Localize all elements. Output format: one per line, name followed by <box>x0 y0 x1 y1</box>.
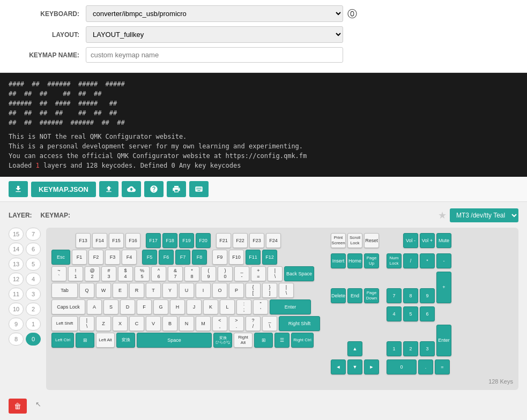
layer-15[interactable]: 15 <box>9 228 24 241</box>
layout-select[interactable]: LAYOUT_fullkey <box>86 26 343 43</box>
key-o[interactable]: O <box>212 283 227 298</box>
key-num-1[interactable]: 1 <box>387 341 402 356</box>
key-f9[interactable]: F9 <box>212 250 227 265</box>
key-3[interactable]: #3 <box>101 266 116 281</box>
key-muhenkan[interactable]: 変換 <box>116 333 135 348</box>
key-period[interactable]: >. <box>229 316 244 331</box>
key-num-2[interactable]: 2 <box>403 341 418 356</box>
keymap-name-input[interactable] <box>86 47 343 63</box>
key-space[interactable]: Space <box>137 333 212 348</box>
layer-8[interactable]: 8 <box>9 333 24 346</box>
key-f3[interactable]: F3 <box>105 250 120 265</box>
key-left-ctrl[interactable]: Left Ctrl <box>51 333 74 348</box>
key-f7[interactable]: F7 <box>175 250 190 265</box>
key-r[interactable]: R <box>129 283 144 298</box>
key-print-screen[interactable]: Print Screen <box>331 233 346 248</box>
key-f12[interactable]: F12 <box>262 250 277 265</box>
key-quote[interactable]: "' <box>253 299 268 314</box>
key-f5[interactable]: F5 <box>142 250 157 265</box>
key-z[interactable]: Z <box>96 316 111 331</box>
key-s[interactable]: S <box>103 299 118 314</box>
layer-13[interactable]: 13 <box>9 258 24 271</box>
key-8[interactable]: *8 <box>184 266 199 281</box>
key-num-plus[interactable]: + <box>436 272 451 303</box>
layer-12[interactable]: 12 <box>9 273 24 286</box>
key-esc[interactable]: Esc <box>51 250 70 265</box>
key-t[interactable]: T <box>146 283 161 298</box>
key-left-alt[interactable]: Left Alt <box>96 333 115 348</box>
key-intl[interactable]: |\ <box>79 316 94 331</box>
key-f21[interactable]: F21 <box>216 233 231 248</box>
key-4[interactable]: $4 <box>118 266 133 281</box>
key-num-star[interactable]: * <box>420 253 435 268</box>
key-f11[interactable]: F11 <box>246 250 261 265</box>
upload-button[interactable] <box>99 181 118 197</box>
key-num-8[interactable]: 8 <box>403 288 418 303</box>
key-f15[interactable]: F15 <box>109 233 124 248</box>
key-backslash[interactable]: |\ <box>279 283 294 298</box>
help-button[interactable] <box>144 181 164 197</box>
layer-5[interactable]: 5 <box>26 258 41 271</box>
key-menu[interactable]: ☰ <box>274 333 290 348</box>
key-x[interactable]: X <box>113 316 128 331</box>
key-yen[interactable]: |\ <box>268 266 283 281</box>
key-up[interactable]: ▲ <box>347 341 362 356</box>
key-enter[interactable]: Enter <box>270 299 311 314</box>
key-u[interactable]: U <box>179 283 194 298</box>
key-f18[interactable]: F18 <box>162 233 177 248</box>
key-page-down[interactable]: Page Down <box>364 288 379 303</box>
key-p[interactable]: P <box>229 283 244 298</box>
key-home[interactable]: Home <box>347 253 362 268</box>
key-num-dot[interactable]: . <box>418 359 433 374</box>
key-f8[interactable]: F8 <box>192 250 207 265</box>
key-vol-plus[interactable]: Vol + <box>420 233 435 248</box>
key-mute[interactable]: Mute <box>436 233 451 248</box>
key-num-9[interactable]: 9 <box>420 288 435 303</box>
key-f19[interactable]: F19 <box>179 233 194 248</box>
key-g[interactable]: G <box>153 299 168 314</box>
key-delete[interactable]: Delete <box>331 288 346 303</box>
key-minus[interactable]: _- <box>234 266 249 281</box>
key-left-win[interactable]: ⊞ <box>76 333 94 348</box>
key-f13[interactable]: F13 <box>76 233 91 248</box>
key-f22[interactable]: F22 <box>233 233 248 248</box>
key-h[interactable]: H <box>170 299 185 314</box>
key-num-0[interactable]: 0 <box>387 359 417 374</box>
key-y[interactable]: Y <box>162 283 177 298</box>
key-l[interactable]: L <box>220 299 235 314</box>
key-f1[interactable]: F1 <box>72 250 87 265</box>
layer-7[interactable]: 7 <box>26 228 41 241</box>
key-f23[interactable]: F23 <box>249 233 264 248</box>
key-f6[interactable]: F6 <box>159 250 174 265</box>
star-icon[interactable]: ★ <box>438 209 447 221</box>
key-0[interactable]: )0 <box>218 266 233 281</box>
delete-layer-button[interactable]: 🗑 <box>9 399 27 414</box>
key-f[interactable]: F <box>137 299 152 314</box>
key-down[interactable]: ▼ <box>347 359 362 374</box>
key-tilde[interactable]: ~` <box>51 266 66 281</box>
key-caps[interactable]: Caps Lock <box>51 299 85 314</box>
key-henkan[interactable]: 変換ひらがな <box>213 333 232 348</box>
key-end[interactable]: End <box>347 288 362 303</box>
key-rbracket[interactable]: }] <box>262 283 277 298</box>
layer-6[interactable]: 6 <box>26 243 41 256</box>
key-equals[interactable]: += <box>251 266 266 281</box>
key-6[interactable]: ^6 <box>151 266 166 281</box>
key-lbracket[interactable]: {[ <box>246 283 261 298</box>
layer-0[interactable]: 0 <box>26 333 41 346</box>
key-num-enter[interactable]: Enter <box>436 325 451 356</box>
layer-1[interactable]: 1 <box>26 318 41 331</box>
key-b[interactable]: B <box>162 316 177 331</box>
layer-10[interactable]: 10 <box>9 303 24 316</box>
key-7[interactable]: &7 <box>168 266 183 281</box>
cloud-upload-button[interactable] <box>122 181 141 197</box>
key-num-7[interactable]: 7 <box>387 288 402 303</box>
key-f20[interactable]: F20 <box>196 233 211 248</box>
key-f17[interactable]: F17 <box>146 233 161 248</box>
key-vol-minus[interactable]: Vol - <box>403 233 418 248</box>
key-9[interactable]: (9 <box>201 266 216 281</box>
key-1[interactable]: !1 <box>68 266 83 281</box>
key-semicolon[interactable]: :; <box>236 299 251 314</box>
key-i[interactable]: I <box>196 283 211 298</box>
key-insert[interactable]: Insert <box>331 253 346 268</box>
